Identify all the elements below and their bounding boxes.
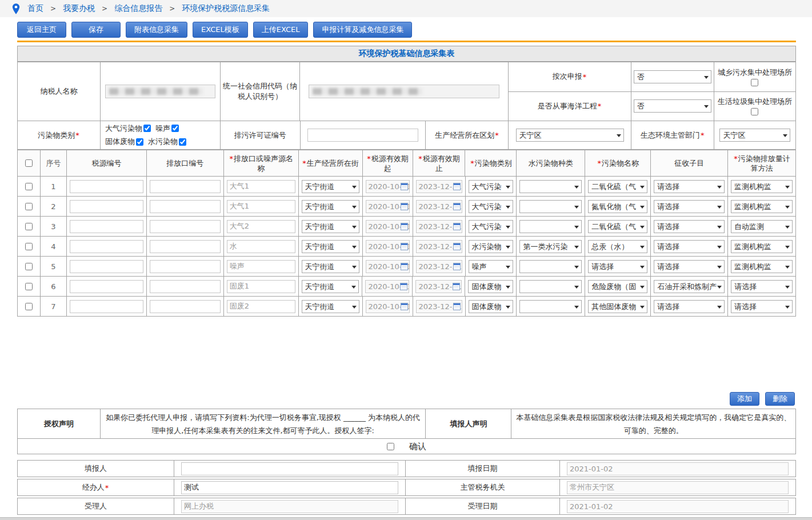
outlet-no-input[interactable] xyxy=(150,240,221,253)
valid-to-date-input[interactable]: 2023-12-31 xyxy=(416,180,462,193)
tax-source-no-input[interactable] xyxy=(70,240,143,253)
valid-from-date-input[interactable]: 2020-10-01 xyxy=(366,200,410,213)
outlet-no-input[interactable] xyxy=(150,200,221,213)
street-select[interactable]: 天宁街道 xyxy=(302,300,359,313)
street-select[interactable]: 天宁街道 xyxy=(302,260,359,273)
select-all-checkbox[interactable] xyxy=(25,159,33,167)
eco-dept-select[interactable]: 天宁区 xyxy=(719,129,790,142)
pollutant-name-select[interactable]: 请选择 xyxy=(588,260,647,273)
valid-to-date-input[interactable]: 2023-12-31 xyxy=(416,240,462,253)
pollutant-category-select[interactable]: 固体废物 xyxy=(469,300,514,313)
urban-sewage-checkbox[interactable] xyxy=(751,79,758,86)
street-select[interactable]: 天宁街道 xyxy=(302,200,359,213)
levy-subitem-select[interactable]: 请选择 xyxy=(654,240,725,253)
permit-input[interactable] xyxy=(307,129,418,142)
valid-from-date-input[interactable]: 2020-10-01 xyxy=(366,300,410,313)
pollutant-name-select[interactable]: 其他固体废物 xyxy=(588,300,647,313)
water-pollutant-type-select[interactable] xyxy=(519,180,582,193)
outlet-name-input[interactable] xyxy=(227,220,295,233)
declare-calc-button[interactable]: 申报计算及减免信息采集 xyxy=(313,22,412,38)
outlet-no-input[interactable] xyxy=(150,280,221,293)
add-row-button[interactable]: 添加 xyxy=(730,392,759,406)
outlet-name-input[interactable] xyxy=(227,280,295,293)
water-pollutant-type-select[interactable] xyxy=(519,220,582,233)
outlet-no-input[interactable] xyxy=(150,180,221,193)
valid-from-date-input[interactable]: 2020-10-01 xyxy=(366,240,410,253)
row-select-checkbox[interactable] xyxy=(25,303,33,310)
street-select[interactable]: 天宁街道 xyxy=(302,280,359,293)
levy-subitem-select[interactable]: 请选择 xyxy=(654,180,725,193)
tax-source-no-input[interactable] xyxy=(70,220,143,233)
levy-subitem-select[interactable]: 请选择 xyxy=(654,260,725,273)
tax-source-no-input[interactable] xyxy=(70,200,143,213)
pollutant-name-select[interactable]: 氮氧化物（气 xyxy=(588,200,647,213)
valid-from-date-input[interactable]: 2020-10-01 xyxy=(366,260,410,273)
row-select-checkbox[interactable] xyxy=(25,243,33,250)
valid-from-date-input[interactable]: 2020-10-01 xyxy=(365,280,409,293)
tax-source-no-input[interactable] xyxy=(70,280,143,293)
calc-method-select[interactable]: 监测机构监 xyxy=(731,180,793,193)
levy-subitem-select[interactable]: 请选择 xyxy=(654,200,725,213)
pollutant-name-select[interactable]: 二氧化硫（气 xyxy=(588,180,647,193)
water-pollutant-type-select[interactable]: 第一类水污染 xyxy=(519,240,582,253)
cat-water-checkbox[interactable] xyxy=(179,138,186,146)
pollutant-category-select[interactable]: 大气污染 xyxy=(469,180,514,193)
valid-to-date-input[interactable]: 2023-12-31 xyxy=(416,260,462,273)
delete-row-button[interactable]: 删除 xyxy=(765,392,795,406)
calc-method-select[interactable]: 请选择 xyxy=(731,280,793,293)
calc-method-select[interactable]: 监测机构监 xyxy=(731,240,793,253)
outlet-name-input[interactable] xyxy=(227,300,295,313)
row-select-checkbox[interactable] xyxy=(25,263,33,270)
water-pollutant-type-select[interactable] xyxy=(519,300,582,313)
save-button[interactable]: 保存 xyxy=(71,22,121,38)
valid-to-date-input[interactable]: 2023-12-31 xyxy=(416,300,462,313)
outlet-name-input[interactable] xyxy=(227,240,295,253)
calc-method-select[interactable]: 监测机构监 xyxy=(731,200,793,213)
by-time-select[interactable]: 否 xyxy=(634,70,711,83)
valid-to-date-input[interactable]: 2023-12-31 xyxy=(416,220,462,233)
preparer-input[interactable] xyxy=(181,462,398,475)
breadcrumb-report[interactable]: 综合信息报告 xyxy=(114,3,162,14)
valid-from-date-input[interactable]: 2020-10-01 xyxy=(366,220,410,233)
valid-to-date-input[interactable]: 2023-12-31 xyxy=(416,200,462,213)
cat-air-checkbox[interactable] xyxy=(143,125,151,132)
calc-method-select[interactable]: 请选择 xyxy=(731,300,793,313)
tax-source-no-input[interactable] xyxy=(70,180,143,193)
row-select-checkbox[interactable] xyxy=(25,183,33,190)
calc-method-select[interactable]: 监测机构监 xyxy=(731,260,793,273)
levy-subitem-select[interactable]: 请选择 xyxy=(654,220,725,233)
outlet-name-input[interactable] xyxy=(227,200,295,213)
outlet-no-input[interactable] xyxy=(150,300,221,313)
district-select[interactable]: 天宁区 xyxy=(516,129,624,142)
agent-input[interactable] xyxy=(181,481,398,494)
pollutant-category-select[interactable]: 水污染物 xyxy=(469,240,514,253)
pollutant-category-select[interactable]: 噪声 xyxy=(469,260,514,273)
confirm-checkbox[interactable] xyxy=(387,443,394,450)
pollutant-category-select[interactable]: 大气污染 xyxy=(469,220,514,233)
tax-source-no-input[interactable] xyxy=(70,260,143,273)
levy-subitem-select[interactable]: 石油开采和炼制产 xyxy=(654,280,725,293)
breadcrumb-current[interactable]: 环境保护税税源信息采集 xyxy=(182,3,270,14)
street-select[interactable]: 天宁街道 xyxy=(302,220,359,233)
breadcrumb-home[interactable]: 首页 xyxy=(27,3,43,14)
outlet-name-input[interactable] xyxy=(227,260,295,273)
outlet-no-input[interactable] xyxy=(150,260,221,273)
outlet-name-input[interactable] xyxy=(227,180,295,193)
water-pollutant-type-select[interactable] xyxy=(519,260,582,273)
pollutant-name-select[interactable]: 总汞（水） xyxy=(588,240,647,253)
marine-select[interactable]: 否 xyxy=(634,99,711,113)
street-select[interactable]: 天宁街道 xyxy=(302,240,359,253)
outlet-no-input[interactable] xyxy=(150,220,221,233)
cat-noise-checkbox[interactable] xyxy=(171,125,179,132)
water-pollutant-type-select[interactable] xyxy=(519,200,582,213)
excel-template-button[interactable]: EXCEL模板 xyxy=(193,22,248,38)
water-pollutant-type-select[interactable] xyxy=(519,280,582,293)
garbage-checkbox[interactable] xyxy=(751,108,758,115)
row-select-checkbox[interactable] xyxy=(25,223,33,230)
street-select[interactable]: 天宁街道 xyxy=(302,180,359,193)
pollutant-category-select[interactable]: 固体废物 xyxy=(468,280,513,293)
taxpayer-name-field[interactable] xyxy=(105,85,215,98)
levy-subitem-select[interactable]: 请选择 xyxy=(654,300,725,313)
back-home-button[interactable]: 返回主页 xyxy=(17,22,66,38)
calc-method-select[interactable]: 自动监测 xyxy=(731,220,793,233)
